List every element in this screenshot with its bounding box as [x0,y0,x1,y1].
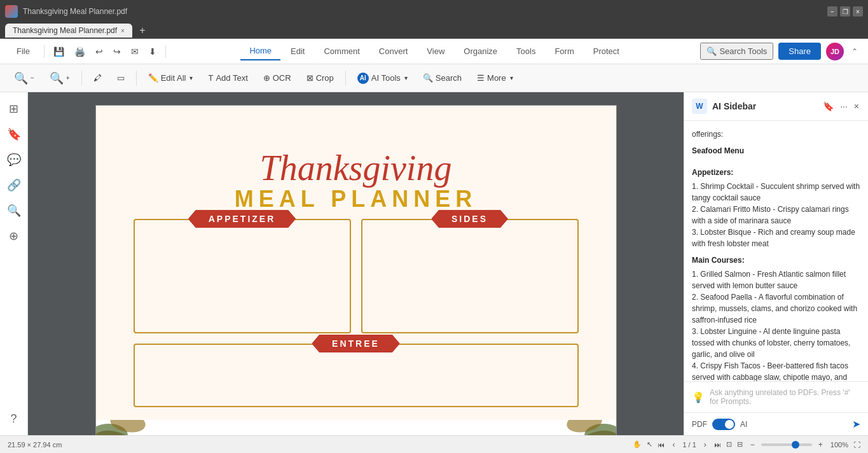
window-controls: − ❐ × [827,6,863,17]
highlight-icon: 🖍 [93,73,102,83]
ai-preamble: offerings: [692,129,860,140]
ai-more-icon[interactable]: ··· [839,100,849,113]
sidebar-search-icon[interactable]: 🔍 [3,199,25,222]
next-page-button[interactable]: › [701,439,709,450]
user-avatar[interactable]: JD [826,43,844,60]
menu-separator-1 [44,45,45,58]
search-tools-button[interactable]: 🔍 Search Tools [700,43,773,60]
sidebar-pages-icon[interactable]: ⊞ [3,97,25,120]
page-dimensions: 21.59 × 27.94 cm [8,441,62,449]
pdf-page: Thanksgiving MEAL PLANNER APPETIZER SIDE… [95,105,617,435]
main-area: ⊞ 🔖 💬 🔗 🔍 ⊕ ? [0,92,868,435]
planner-title-script: Thanksgiving [235,150,477,186]
add-text-button[interactable]: T Add Text [202,69,254,87]
ai-sidebar-header: W AI Sidebar 🔖 ··· × [684,92,868,121]
ai-logo-icon: W [692,99,707,114]
share-button[interactable]: Share [778,43,821,60]
ai-pdf-label: PDF [692,420,707,429]
zoom-slider[interactable] [761,443,812,446]
edit-all-button[interactable]: ✏️ Edit All [142,69,200,87]
tab-edit[interactable]: Edit [282,42,313,60]
toolbar-separator-1 [81,71,82,86]
zoom-in-status-button[interactable]: + [816,439,825,450]
ai-tools-button[interactable]: AI AI Tools [351,69,414,88]
last-page-icon[interactable]: ⏭ [714,441,721,449]
hand-tool-icon[interactable]: ✋ [633,440,642,449]
pointer-icon[interactable]: ↖ [647,440,652,449]
ai-appetizers-title: Appetizers: [692,167,860,178]
ai-menu-title: Seafood Menu [692,145,860,157]
save-button[interactable]: 💾 [50,44,68,59]
tab-comment[interactable]: Comment [315,42,368,60]
ai-main-courses-title: Main Courses: [692,254,860,266]
more-icon: ☰ [477,73,485,83]
sidebar-comments-icon[interactable]: 💬 [3,148,25,171]
ai-footer: PDF AI ➤ [684,412,868,435]
menu-bar: File 💾 🖨️ ↩ ↪ ✉ ⬇ Home Edit Comment Conv… [0,39,868,64]
email-button[interactable]: ✉ [127,44,142,59]
search-button[interactable]: 🔍 Search [417,69,468,87]
tab-home[interactable]: Home [240,42,280,60]
restore-button[interactable]: ❐ [840,6,850,17]
svg-point-17 [96,424,128,435]
zoom-slider-thumb [792,441,799,449]
sidebar-attachments-icon[interactable]: 🔗 [3,174,25,197]
sections-grid: APPETIZER SIDES ENTREE [134,219,579,407]
page-info: 1 / 1 [682,441,696,449]
zoom-level: 100% [830,441,848,449]
window-title: Thanksgiving Meal Planner.pdf [23,7,822,16]
fullscreen-icon[interactable]: ⛶ [853,441,860,449]
ai-bulb-icon: 💡 [692,391,705,403]
file-menu[interactable]: File [8,43,39,60]
minimize-button[interactable]: − [827,6,837,17]
fit-page-icon[interactable]: ⊡ [726,440,732,449]
ai-input-area: 💡 Ask anything unrelated to PDFs. Press … [684,381,868,412]
tab-convert[interactable]: Convert [370,42,417,60]
new-tab-button[interactable]: + [135,23,150,38]
sidebar-help-icon[interactable]: ? [3,407,25,430]
more-button[interactable]: ☰ More [471,69,520,87]
tab-tools[interactable]: Tools [507,42,544,60]
crop-button[interactable]: ⊠ Crop [300,69,340,87]
title-bar: Thanksgiving Meal Planner.pdf − ❐ × [0,0,868,23]
tab-protect[interactable]: Protect [584,42,628,60]
ai-content: offerings: Seafood Menu Appetizers: 1. S… [684,121,868,381]
zoom-in-icon: 🔍 [50,71,64,85]
ai-close-icon[interactable]: × [853,100,860,113]
zoom-out-status-button[interactable]: − [748,439,757,450]
ai-header-icons: 🔖 ··· × [822,100,860,113]
ocr-button[interactable]: ⊕ OCR [257,69,298,87]
rectangle-button[interactable]: ▭ [111,69,131,87]
tab-close-button[interactable]: × [121,27,125,34]
pdf-area: Thanksgiving MEAL PLANNER APPETIZER SIDE… [28,92,684,435]
sidebar-layers-icon[interactable]: ⊕ [3,225,25,247]
download-button[interactable]: ⬇ [145,44,160,59]
ai-send-icon[interactable]: ➤ [852,418,860,430]
sidebar-bookmarks-icon[interactable]: 🔖 [3,123,25,146]
redo-button[interactable]: ↪ [109,44,125,59]
ai-sidebar: W AI Sidebar 🔖 ··· × offerings: Seafood … [684,92,868,435]
tab-view[interactable]: View [418,42,453,60]
ai-bookmark-icon[interactable]: 🔖 [822,100,835,113]
prev-page-button[interactable]: ‹ [670,439,677,450]
fit-width-icon[interactable]: ⊟ [737,440,743,449]
toolbar: 🔍 − 🔍 + 🖍 ▭ ✏️ Edit All T Add Text ⊕ OCR… [0,64,868,92]
undo-button[interactable]: ↩ [92,44,107,59]
print-button[interactable]: 🖨️ [71,44,89,59]
toolbar-separator-3 [345,71,346,86]
zoom-in-button[interactable]: 🔍 + [43,67,76,89]
tab-organize[interactable]: Organize [455,42,506,60]
zoom-control: − + [748,439,825,450]
zoom-out-button[interactable]: 🔍 − [8,67,41,89]
ai-appetizers-text: 1. Shrimp Cocktail - Succulent shrimp se… [692,181,860,249]
close-window-button[interactable]: × [853,6,863,17]
highlight-button[interactable]: 🖍 [87,69,108,87]
ai-toggle[interactable] [712,419,735,430]
search-btn-icon: 🔍 [423,73,433,83]
ai-input-placeholder[interactable]: Ask anything unrelated to PDFs. Press '#… [710,388,860,406]
ai-main-courses-text: 1. Grilled Salmon - Fresh Atlantic salmo… [692,268,860,381]
tab-form[interactable]: Form [546,42,582,60]
first-page-icon[interactable]: ⏮ [658,441,665,449]
collapse-button[interactable]: ⌃ [849,46,860,57]
document-tab[interactable]: Thanksgiving Meal Planner.pdf × [5,24,132,38]
